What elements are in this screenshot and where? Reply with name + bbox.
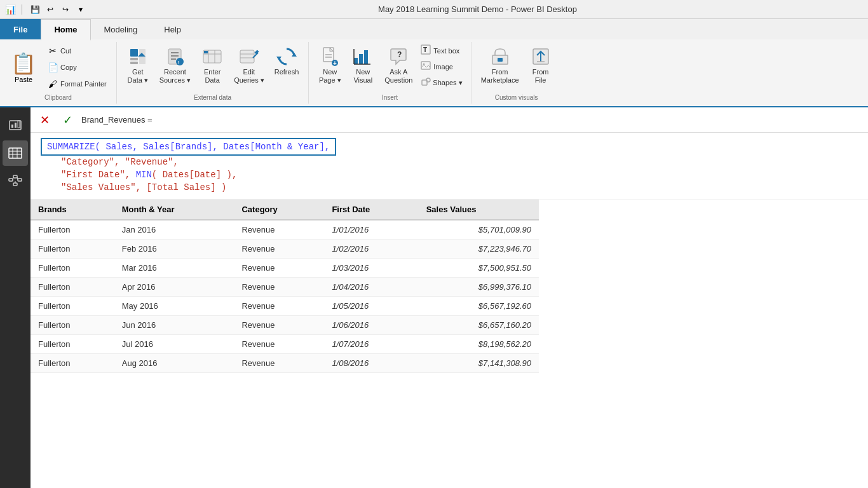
from-marketplace-button[interactable]: FromMarketplace	[477, 43, 524, 88]
paste-button[interactable]: 📋 Paste	[5, 43, 42, 92]
new-visual-button[interactable]: NewVisual	[347, 43, 379, 88]
svg-rect-55	[18, 179, 22, 181]
refresh-icon	[276, 46, 297, 67]
recent-sources-button[interactable]: ! RecentSources ▾	[155, 43, 195, 88]
shapes-button[interactable]: Shapes ▾	[418, 75, 465, 91]
get-data-label: GetData ▾	[128, 68, 148, 85]
paste-icon: 📋	[11, 51, 36, 76]
dropdown-button[interactable]: ▾	[74, 3, 87, 16]
text-box-icon: T	[421, 44, 431, 57]
accept-formula-button[interactable]: ✓	[58, 111, 76, 129]
table-cell: Fullerton	[31, 240, 114, 259]
table-cell: Revenue	[234, 240, 324, 259]
svg-line-57	[13, 177, 13, 180]
table-cell: Revenue	[234, 316, 324, 335]
save-button[interactable]: 💾	[29, 3, 41, 16]
get-data-button[interactable]: GetData ▾	[122, 43, 154, 88]
custom-visuals-label: Custom visuals	[477, 93, 557, 102]
table-cell: Revenue	[234, 220, 324, 240]
svg-rect-29	[364, 50, 368, 64]
svg-rect-27	[354, 58, 358, 64]
code-string-4: "Sales Values"	[61, 182, 136, 193]
refresh-label: Refresh	[275, 68, 299, 76]
text-box-button[interactable]: T Text box	[418, 43, 465, 58]
svg-rect-54	[13, 175, 17, 178]
code-block-main[interactable]: SUMMARIZE( Sales, Sales[Brands], Dates[M…	[41, 138, 336, 156]
copy-label: Copy	[60, 64, 77, 71]
table-cell: $7,223,946.70	[419, 240, 539, 259]
tab-file[interactable]: File	[0, 19, 41, 39]
sidebar	[0, 107, 31, 488]
copy-button[interactable]: 📄 Copy	[43, 60, 111, 75]
refresh-button[interactable]: Refresh	[270, 43, 304, 79]
sidebar-item-data[interactable]	[3, 140, 28, 166]
format-painter-button[interactable]: 🖌 Format Painter	[43, 76, 111, 92]
external-data-label: External data	[122, 93, 304, 102]
ribbon: File Home Modeling Help 📋 Paste ✂ Cut	[0, 19, 868, 107]
svg-rect-16	[240, 50, 254, 63]
insert-group: + NewPage ▾ New	[309, 42, 471, 104]
table-cell: Feb 2016	[114, 240, 234, 259]
cancel-formula-button[interactable]: ✕	[36, 111, 53, 129]
sidebar-item-report[interactable]	[3, 112, 28, 138]
code-line-1: "Category", "Revenue",	[41, 156, 858, 168]
recent-sources-icon: !	[165, 46, 185, 67]
image-button[interactable]: Image	[418, 59, 465, 74]
main-content: ✕ ✓ Brand_Revenues = SUMMARIZE( Sales, S…	[31, 107, 868, 488]
recent-sources-label: RecentSources ▾	[159, 68, 191, 85]
edit-queries-button[interactable]: EditQueries ▾	[229, 43, 269, 88]
data-table-container[interactable]: Brands Month & Year Category First Date …	[31, 200, 868, 488]
table-cell: Fullerton	[31, 354, 114, 373]
tab-help[interactable]: Help	[151, 19, 194, 39]
svg-text:?: ?	[397, 50, 402, 59]
from-file-button[interactable]: FromFile	[525, 43, 557, 88]
svg-rect-1	[130, 58, 138, 60]
table-cell: 1/05/2016	[324, 297, 418, 316]
clipboard-items: 📋 Paste ✂ Cut 📄 Copy 🖌	[5, 43, 111, 92]
get-data-icon	[128, 46, 148, 67]
table-cell: Revenue	[234, 278, 324, 297]
text-box-label: Text box	[433, 47, 459, 55]
edit-queries-icon	[239, 46, 259, 67]
ask-question-icon: ?	[388, 46, 409, 67]
svg-rect-45	[11, 125, 13, 128]
ask-question-label: Ask AQuestion	[384, 68, 412, 85]
table-cell: 1/03/2016	[324, 259, 418, 278]
ask-question-button[interactable]: ? Ask AQuestion	[380, 43, 417, 88]
table-cell: Jan 2016	[114, 220, 234, 240]
tab-modeling[interactable]: Modeling	[91, 19, 151, 39]
new-page-button[interactable]: + NewPage ▾	[314, 43, 346, 88]
table-cell: Revenue	[234, 259, 324, 278]
table-cell: Fullerton	[31, 316, 114, 335]
table-cell: 1/07/2016	[324, 335, 418, 354]
svg-rect-28	[359, 54, 363, 64]
table-row: FullertonFeb 2016Revenue1/02/2016$7,223,…	[31, 240, 539, 259]
image-icon	[421, 60, 431, 72]
app-body: ✕ ✓ Brand_Revenues = SUMMARIZE( Sales, S…	[0, 107, 868, 488]
redo-button[interactable]: ↪	[59, 3, 72, 16]
from-file-icon	[531, 46, 551, 67]
from-marketplace-icon	[490, 46, 510, 67]
image-label: Image	[433, 63, 453, 71]
svg-line-58	[17, 177, 18, 180]
enter-data-button[interactable]: EnterData	[196, 43, 228, 88]
undo-button[interactable]: ↩	[44, 3, 57, 16]
clipboard-group-label: Clipboard	[5, 93, 111, 102]
table-cell: 1/02/2016	[324, 240, 418, 259]
col-brands: Brands	[31, 200, 114, 220]
col-month-year: Month & Year	[114, 200, 234, 220]
enter-data-icon	[202, 46, 222, 67]
external-data-items: GetData ▾ ! RecentSources ▾	[122, 43, 304, 92]
svg-rect-46	[15, 123, 17, 128]
table-cell: Revenue	[234, 354, 324, 373]
code-keyword-summarize: SUMMARIZE( Sales, Sales[Brands], Dates[M…	[47, 142, 330, 152]
svg-rect-47	[18, 121, 20, 128]
table-cell: Fullerton	[31, 278, 114, 297]
table-cell: $8,198,562.20	[419, 335, 539, 354]
tab-home[interactable]: Home	[41, 19, 90, 41]
table-cell: 1/08/2016	[324, 354, 418, 373]
svg-rect-56	[13, 183, 17, 186]
cut-button[interactable]: ✂ Cut	[43, 43, 111, 58]
sidebar-item-model[interactable]	[3, 168, 28, 194]
table-row: FullertonAug 2016Revenue1/08/2016$7,141,…	[31, 354, 539, 373]
